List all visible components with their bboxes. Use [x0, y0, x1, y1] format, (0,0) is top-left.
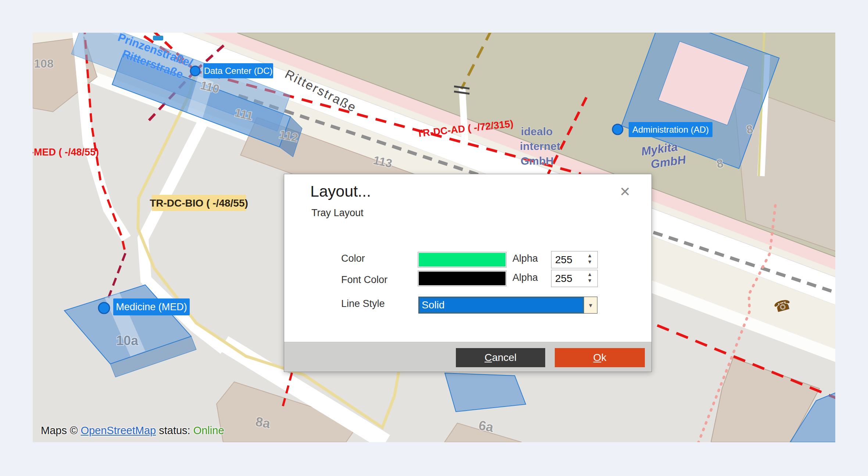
building-blue-bottom-center[interactable] — [445, 373, 526, 412]
dialog-subtitle: Tray Layout — [311, 207, 364, 219]
svg-text:Medicine (MED): Medicine (MED) — [116, 301, 187, 312]
dialog-footer: Cancel Ok — [284, 342, 651, 372]
color-swatch[interactable] — [418, 252, 507, 268]
color-label: Color — [341, 253, 365, 264]
dialog-title: Layout... — [310, 182, 371, 200]
app-window: Prinzenstraße/ Ritterstraße Ritterstraße… — [0, 0, 868, 476]
status-online-value: Online — [193, 425, 224, 436]
combo-dropdown-button[interactable]: ▼ — [584, 297, 597, 313]
layout-dialog: Layout... Tray Layout ✕ Color Alpha 255 … — [284, 174, 652, 372]
svg-text:Data Center (DC): Data Center (DC) — [204, 66, 273, 76]
svg-text:Administration (AD): Administration (AD) — [632, 125, 709, 135]
font-color-alpha-value[interactable]: 255 — [555, 273, 572, 284]
house-number: 6a — [478, 418, 495, 435]
color-alpha-label: Alpha — [512, 253, 538, 264]
line-style-selected[interactable]: Solid — [419, 297, 584, 313]
status-maps-copyright: Maps © — [41, 425, 81, 436]
line-style-combobox[interactable]: Solid ▼ — [418, 297, 597, 314]
status-bar: Maps © OpenStreetMap status: Online — [41, 425, 224, 437]
route-label-tr-dc-bio[interactable]: TR-DC-BIO ( -/48/55) — [150, 195, 248, 211]
poi-idealo-line1: idealo — [521, 125, 553, 137]
font-color-label: Font Color — [341, 274, 387, 286]
chevron-down-icon: ▼ — [588, 302, 593, 308]
spinner-down-icon[interactable]: ▼ — [587, 259, 592, 264]
bench-icon — [153, 36, 163, 40]
openstreetmap-link[interactable]: OpenStreetMap — [81, 425, 156, 436]
badge-medicine[interactable]: Medicine (MED) — [113, 298, 190, 315]
color-alpha-spinner[interactable]: 255 ▲▼ — [551, 251, 598, 268]
badge-administration[interactable]: Administration (AD) — [629, 122, 712, 137]
status-label: status: — [156, 425, 193, 436]
poi-idealo-line3: GmbH — [521, 155, 554, 167]
route-label-med: -MED ( -/48/55) — [33, 147, 99, 158]
lane-gate — [462, 88, 465, 143]
svg-text:TR-DC-BIO ( -/48/55): TR-DC-BIO ( -/48/55) — [150, 197, 248, 209]
spinner-up-icon[interactable]: ▲ — [587, 253, 592, 258]
font-color-alpha-label: Alpha — [512, 272, 538, 283]
close-icon[interactable]: ✕ — [619, 185, 631, 198]
font-color-alpha-spinner[interactable]: 255 ▲▼ — [551, 270, 598, 287]
house-number: 8a — [254, 414, 272, 432]
font-color-swatch[interactable] — [418, 271, 507, 286]
marker-ad[interactable] — [612, 124, 623, 135]
color-alpha-value[interactable]: 255 — [555, 254, 572, 266]
poi-idealo-line2: internet — [520, 140, 560, 152]
spinner-down-icon[interactable]: ▼ — [587, 278, 592, 283]
marker-med[interactable] — [99, 303, 110, 314]
badge-data-center[interactable]: Data Center (DC) — [203, 63, 273, 78]
line-style-label: Line Style — [341, 298, 385, 309]
ok-button[interactable]: Ok — [555, 348, 645, 367]
spinner-up-icon[interactable]: ▲ — [587, 272, 592, 277]
house-number: 108 — [34, 57, 53, 70]
cancel-button[interactable]: Cancel — [456, 348, 545, 367]
house-number: 10a — [116, 333, 139, 348]
marker-dc[interactable] — [190, 66, 200, 76]
